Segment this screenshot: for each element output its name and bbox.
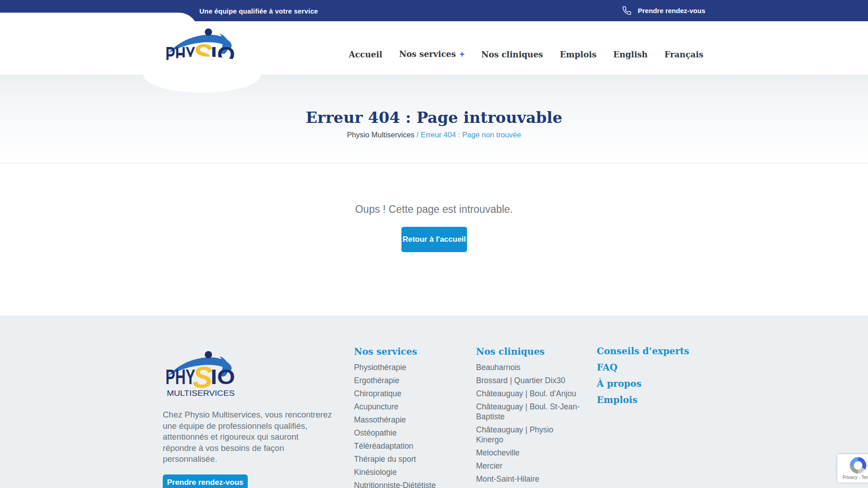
back-home-button[interactable]: Retour à l'accueil — [401, 227, 467, 252]
footer-clinic-link[interactable]: Beauharnois — [476, 362, 581, 372]
nav-item-emplois[interactable]: Emplois — [560, 50, 596, 59]
footer-description-line: Chez Physio Multiservices, vous rencontr… — [163, 409, 344, 421]
footer-service-link[interactable]: Chiropratique — [354, 389, 462, 399]
logo-yellow-s: S — [193, 361, 212, 394]
logo-head-dot — [205, 28, 212, 36]
recaptcha-privacy-terms[interactable]: Privacy - Terms — [837, 475, 868, 480]
error-message: Oups ! Cette page est introuvable. — [0, 203, 868, 216]
plus-icon[interactable]: + — [459, 49, 464, 59]
footer-quick-link[interactable]: FAQ — [597, 362, 689, 372]
footer-description-line: attentionnés et rigoureux qui sauront — [163, 432, 344, 443]
appointment-label: Prendre rendez-vous — [638, 7, 705, 14]
nav-item-nos-cliniques[interactable]: Nos cliniques — [481, 50, 543, 59]
footer-quick-link[interactable]: Conseils d’experts — [597, 346, 689, 356]
logo-bulge-decoration — [143, 56, 261, 93]
logo-word-left: PHY — [166, 365, 195, 389]
footer-service-link[interactable]: Ergothérapie — [354, 375, 462, 385]
footer-service-link[interactable]: Physiothérapie — [354, 362, 462, 372]
footer-services-list: PhysiothérapieErgothérapieChiropratiqueA… — [354, 362, 462, 488]
footer-clinic-link[interactable]: Mercier — [476, 461, 581, 471]
page-title: Erreur 404 : Page introuvable — [0, 108, 868, 127]
footer-description-line: répondre à vos besoins de façon — [163, 443, 344, 454]
logo-word-bottom: MULTISERVICES — [167, 389, 235, 397]
footer-service-link[interactable]: Nutritionniste-Diététiste — [354, 480, 462, 488]
footer-logo[interactable]: PHY IO S MULTISERVICES — [166, 351, 235, 398]
footer-clinic-link[interactable]: Brossard | Quartier Dix30 — [476, 375, 581, 385]
footer-clinics-title[interactable]: Nos cliniques — [476, 346, 545, 357]
footer-quick-link[interactable]: À propos — [597, 379, 689, 389]
footer-clinic-link[interactable]: Châteauguay | Physio Kinergo — [476, 425, 581, 445]
footer-clinics-list: BeauharnoisBrossard | Quartier Dix30Chât… — [476, 362, 581, 488]
breadcrumb-home-link[interactable]: Physio Multiservices — [347, 131, 414, 139]
footer-description-line: personnalisée. — [163, 454, 344, 465]
footer-service-link[interactable]: Thérapie du sport — [354, 454, 462, 464]
footer-quick-links: Conseils d’expertsFAQÀ proposEmplois — [597, 346, 689, 411]
main-navigation: Accueil Nos services+ Nos cliniques Empl… — [349, 41, 703, 68]
breadcrumb: Physio Multiservices / Erreur 404 : Page… — [0, 131, 868, 139]
appointment-link[interactable]: Prendre rendez-vous — [622, 0, 705, 21]
nav-item-accueil[interactable]: Accueil — [349, 50, 382, 59]
footer-service-link[interactable]: Acupuncture — [354, 402, 462, 412]
nav-item-francais[interactable]: Français — [665, 50, 703, 59]
footer-clinic-link[interactable]: Melocheville — [476, 448, 581, 458]
nav-item-nos-services[interactable]: Nos services+ — [399, 49, 465, 59]
footer-service-link[interactable]: Téléréadaptation — [354, 441, 462, 451]
top-tagline: Une équipe qualifiée à votre service — [199, 0, 318, 21]
footer-description-line: une équipe de professionnels qualifiés, — [163, 421, 344, 432]
footer-clinic-link[interactable]: Châteauguay | Boul. St-Jean-Baptiste — [476, 402, 581, 422]
logo-word-right: IO — [211, 365, 235, 389]
footer-clinic-link[interactable]: Mont-Saint-Hilaire — [476, 474, 581, 484]
footer-appointment-button[interactable]: Prendre rendez-vous — [163, 474, 248, 488]
logo-head-dot — [205, 351, 212, 358]
footer-service-link[interactable]: Massothérapie — [354, 415, 462, 425]
recaptcha-badge[interactable]: Privacy - Terms — [837, 454, 868, 483]
footer-clinic-link[interactable]: Châteauguay | Boul. d’Anjou — [476, 389, 581, 399]
footer-quick-link[interactable]: Emplois — [597, 395, 689, 405]
nav-item-english[interactable]: English — [613, 50, 647, 59]
footer-service-link[interactable]: Kinésiologie — [354, 467, 462, 477]
footer-service-link[interactable]: Ostéopathie — [354, 428, 462, 438]
recaptcha-icon — [837, 456, 868, 474]
breadcrumb-current: / Erreur 404 : Page non trouvée — [416, 131, 521, 139]
footer-description: Chez Physio Multiservices, vous rencontr… — [163, 409, 344, 465]
phone-icon — [622, 6, 632, 15]
footer: PHY IO S MULTISERVICES Chez Physio Multi… — [0, 315, 868, 488]
footer-services-title[interactable]: Nos services — [354, 346, 417, 357]
